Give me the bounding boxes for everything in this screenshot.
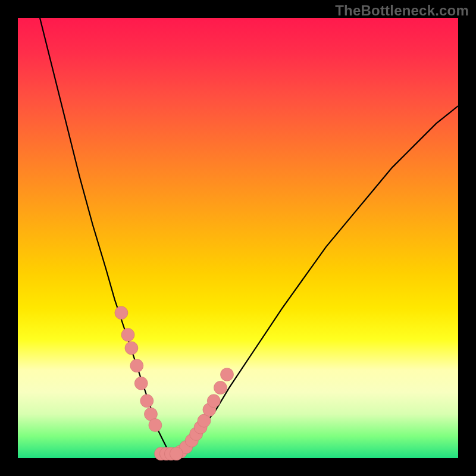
data-marker: [221, 368, 234, 381]
chart-frame: TheBottleneck.com: [0, 0, 476, 476]
data-marker: [207, 394, 220, 408]
data-marker: [170, 447, 183, 461]
bottleneck-curve: [40, 18, 458, 454]
data-marker: [140, 394, 154, 408]
attribution-label: TheBottleneck.com: [335, 2, 469, 19]
data-marker: [149, 419, 162, 432]
data-marker: [125, 342, 138, 355]
data-marker: [121, 328, 134, 342]
data-markers: [115, 306, 234, 461]
chart-overlay: [18, 18, 458, 458]
data-marker: [130, 359, 143, 372]
data-marker: [134, 377, 148, 390]
data-marker: [115, 306, 128, 320]
data-marker: [214, 381, 227, 394]
